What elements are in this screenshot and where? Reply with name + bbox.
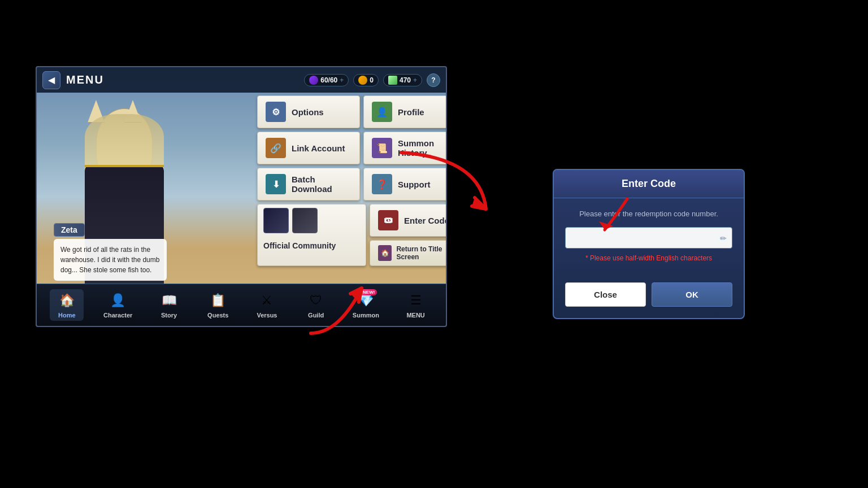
- char-hair: [85, 114, 164, 171]
- tab-guild-label: Guild: [308, 312, 324, 319]
- enter-code-dialog: Enter Code Please enter the redemption c…: [553, 169, 745, 319]
- coin-stat: 0: [353, 74, 379, 86]
- guild-icon: 🛡: [307, 291, 325, 310]
- pen-stat: 470 +: [383, 74, 422, 86]
- tab-character[interactable]: 👤 Character: [99, 289, 137, 321]
- dialog-title: Enter Code: [565, 178, 732, 190]
- warning-text: * Please use half-width English characte…: [565, 254, 732, 262]
- options-label: Options: [292, 107, 324, 117]
- official-community-label: Official Community: [263, 241, 336, 250]
- profile-label: Profile: [398, 107, 424, 117]
- community-char-2: [292, 208, 318, 233]
- link-account-button[interactable]: 🔗 Link Account: [257, 132, 360, 164]
- tab-home[interactable]: 🏠 Home: [50, 289, 84, 321]
- tab-versus[interactable]: ⚔ Versus: [250, 289, 284, 321]
- batch-download-button[interactable]: ⬇ Batch Download: [257, 168, 360, 201]
- tab-character-label: Character: [103, 312, 132, 319]
- edit-icon: ✏: [720, 234, 727, 243]
- ok-button[interactable]: OK: [652, 282, 732, 307]
- energy-plus[interactable]: +: [340, 76, 344, 84]
- new-badge: NEW!: [361, 289, 377, 295]
- tab-home-label: Home: [58, 312, 76, 319]
- dialog-overlay: Enter Code Please enter the redemption c…: [429, 0, 868, 488]
- home-icon: 🏠: [58, 291, 76, 310]
- character-icon: 👤: [109, 291, 127, 310]
- character-dialogue: We got rid of all the rats in the wareho…: [54, 239, 167, 281]
- summon-icon: 💎 NEW!: [357, 291, 375, 310]
- arrow-input-annotation: [582, 193, 650, 238]
- community-char-1: [263, 208, 289, 233]
- menu-grid: ⚙ Options 👤 Profile 🔗 Link Account 📜 Sum…: [257, 95, 447, 201]
- pen-icon: [388, 76, 397, 85]
- support-label: Support: [398, 180, 431, 189]
- bottom-row: Official Community 🎟 Enter Code 🏠 Return…: [257, 204, 447, 266]
- energy-stat: 60/60 +: [304, 74, 349, 86]
- options-button[interactable]: ⚙ Options: [257, 95, 360, 128]
- link-account-icon: 🔗: [266, 138, 286, 158]
- tab-menu[interactable]: ☰ MENU: [399, 289, 433, 321]
- batch-download-icon: ⬇: [266, 174, 286, 194]
- close-button[interactable]: Close: [565, 282, 646, 307]
- versus-icon: ⚔: [258, 291, 276, 310]
- official-community-button[interactable]: Official Community: [257, 204, 366, 266]
- coin-icon: [358, 76, 367, 85]
- tab-story-label: Story: [161, 312, 177, 319]
- dialog-body: Please enter the redemption code number.…: [554, 198, 744, 282]
- tab-quests-label: Quests: [207, 312, 228, 319]
- pen-plus[interactable]: +: [413, 76, 417, 84]
- enter-code-icon: 🎟: [378, 210, 398, 230]
- tab-summon-label: Summon: [353, 312, 379, 319]
- tab-versus-label: Versus: [257, 312, 277, 319]
- game-window: ◀ MENU 60/60 + 0 470 + ?: [36, 66, 447, 327]
- coin-value: 0: [370, 76, 374, 84]
- back-button[interactable]: ◀: [42, 71, 60, 89]
- tab-bar: 🏠 Home 👤 Character 📖 Story 📋 Quests ⚔ Ve…: [37, 284, 446, 326]
- tab-guild[interactable]: 🛡 Guild: [299, 289, 333, 321]
- pen-value: 470: [400, 76, 411, 84]
- energy-value: 60/60: [320, 76, 337, 84]
- character-area: Zeta We got rid of all the rats in the w…: [54, 223, 212, 281]
- char-collar: [85, 165, 164, 167]
- summon-history-icon: 📜: [372, 138, 392, 158]
- story-icon: 📖: [160, 291, 178, 310]
- energy-icon: [309, 76, 318, 85]
- batch-download-label: Batch Download: [292, 175, 351, 194]
- support-icon: ❓: [372, 174, 392, 194]
- options-icon: ⚙: [266, 102, 286, 122]
- link-account-label: Link Account: [292, 143, 345, 153]
- character-name: Zeta: [54, 223, 85, 237]
- dialog-footer: Close OK: [554, 282, 744, 318]
- top-bar: ◀ MENU 60/60 + 0 470 + ?: [37, 67, 446, 93]
- return-title-icon: 🏠: [378, 245, 392, 261]
- tab-summon[interactable]: 💎 NEW! Summon: [348, 289, 384, 321]
- top-stats: 60/60 + 0 470 + ?: [304, 73, 440, 87]
- profile-icon: 👤: [372, 102, 392, 122]
- tab-story[interactable]: 📖 Story: [152, 289, 186, 321]
- menu-title: MENU: [66, 73, 304, 86]
- community-chars: [263, 208, 318, 233]
- tab-quests[interactable]: 📋 Quests: [201, 289, 235, 321]
- quests-icon: 📋: [209, 291, 227, 310]
- tab-menu-label: MENU: [406, 312, 424, 319]
- menu-overlay: ⚙ Options 👤 Profile 🔗 Link Account 📜 Sum…: [257, 95, 447, 266]
- menu-icon: ☰: [407, 291, 425, 310]
